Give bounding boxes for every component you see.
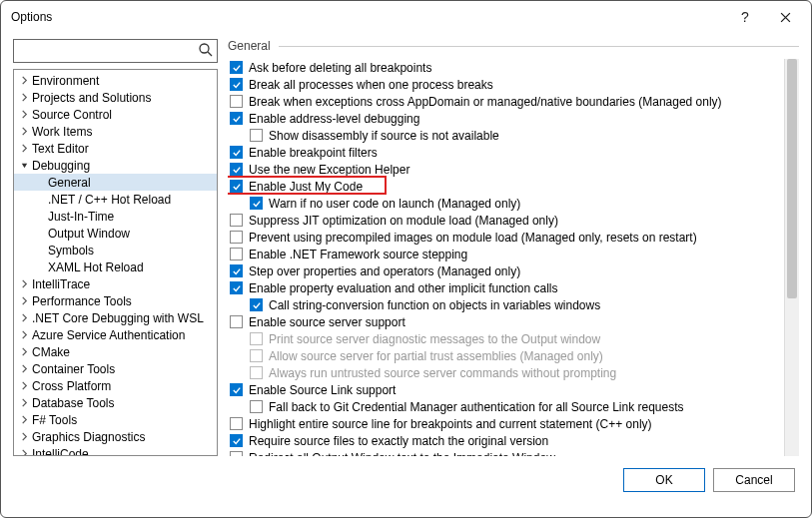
checkbox[interactable]	[230, 248, 243, 260]
option-row[interactable]: Ask before deleting all breakpoints	[228, 59, 784, 76]
tree-node[interactable]: .NET Core Debugging with WSL	[14, 309, 217, 326]
tree-node[interactable]: Output Window	[14, 225, 217, 242]
tree-node[interactable]: F# Tools	[14, 411, 217, 428]
tree-node[interactable]: Graphics Diagnostics	[14, 428, 217, 445]
tree-node[interactable]: XAML Hot Reload	[14, 259, 217, 275]
option-label: Print source server diagnostic messages …	[269, 332, 600, 346]
tree-node[interactable]: Debugging	[14, 157, 217, 174]
checkbox[interactable]	[230, 78, 243, 91]
chevron-right-icon[interactable]	[18, 346, 30, 358]
checkbox[interactable]	[230, 163, 243, 176]
checkbox[interactable]	[230, 146, 243, 159]
checkbox[interactable]	[250, 400, 263, 413]
option-label: Enable address-level debugging	[249, 112, 419, 126]
checkbox[interactable]	[250, 129, 263, 142]
chevron-right-icon[interactable]	[18, 109, 30, 121]
option-row[interactable]: Step over properties and operators (Mana…	[228, 262, 784, 279]
checkbox[interactable]	[230, 112, 243, 125]
checkbox[interactable]	[250, 197, 263, 210]
checkbox[interactable]	[230, 417, 243, 430]
checkbox[interactable]	[230, 61, 243, 74]
option-row[interactable]: Show disassembly if source is not availa…	[228, 127, 784, 144]
options-list[interactable]: Ask before deleting all breakpointsBreak…	[228, 59, 784, 456]
option-row[interactable]: Call string-conversion function on objec…	[228, 296, 784, 313]
help-button[interactable]: ?	[725, 3, 765, 31]
option-row[interactable]: Redirect all Output Window text to the I…	[228, 449, 784, 456]
checkbox[interactable]	[230, 180, 243, 193]
option-row[interactable]: Require source files to exactly match th…	[228, 432, 784, 449]
chevron-right-icon[interactable]	[18, 295, 30, 307]
tree-node[interactable]: Container Tools	[14, 360, 217, 377]
vertical-scrollbar[interactable]	[784, 59, 799, 456]
tree-node[interactable]: Environment	[14, 72, 217, 89]
ok-button[interactable]: OK	[623, 468, 705, 492]
chevron-right-icon[interactable]	[18, 312, 30, 324]
tree-node[interactable]: IntelliCode	[14, 445, 217, 456]
tree-node[interactable]: Database Tools	[14, 394, 217, 411]
checkbox[interactable]	[230, 434, 243, 447]
tree-node[interactable]: IntelliTrace	[14, 275, 217, 292]
tree-node[interactable]: Text Editor	[14, 140, 217, 157]
chevron-right-icon[interactable]	[18, 143, 30, 155]
search-input[interactable]	[14, 40, 217, 62]
tree-node[interactable]: Projects and Solutions	[14, 89, 217, 106]
chevron-right-icon[interactable]	[18, 329, 30, 341]
chevron-right-icon[interactable]	[18, 414, 30, 426]
chevron-right-icon[interactable]	[18, 431, 30, 443]
option-row[interactable]: Fall back to Git Credential Manager auth…	[228, 398, 784, 415]
tree-node[interactable]: Cross Platform	[14, 377, 217, 394]
checkbox[interactable]	[230, 95, 243, 108]
tree-node[interactable]: .NET / C++ Hot Reload	[14, 191, 217, 208]
checkbox[interactable]	[230, 315, 243, 328]
option-row[interactable]: Prevent using precompiled images on modu…	[228, 229, 784, 246]
chevron-right-icon[interactable]	[18, 278, 30, 290]
checkbox[interactable]	[230, 214, 243, 227]
tree-node-label: Projects and Solutions	[32, 91, 151, 105]
option-row[interactable]: Break when exceptions cross AppDomain or…	[228, 93, 784, 110]
tree-node[interactable]: Performance Tools	[14, 292, 217, 309]
checkbox[interactable]	[230, 451, 243, 456]
checkbox[interactable]	[250, 298, 263, 311]
checkbox[interactable]	[230, 383, 243, 396]
option-row[interactable]: Enable Source Link support	[228, 381, 784, 398]
option-row[interactable]: Enable breakpoint filters	[228, 144, 784, 161]
tree-node[interactable]: Symbols	[14, 242, 217, 259]
option-label: Fall back to Git Credential Manager auth…	[269, 400, 684, 414]
checkbox[interactable]	[230, 231, 243, 244]
close-button[interactable]	[765, 3, 805, 31]
option-row[interactable]: Enable .NET Framework source stepping	[228, 246, 784, 262]
category-tree[interactable]: EnvironmentProjects and SolutionsSource …	[13, 69, 218, 456]
option-label: Call string-conversion function on objec…	[269, 298, 600, 312]
option-row[interactable]: Warn if no user code on launch (Managed …	[228, 195, 784, 212]
checkbox[interactable]	[230, 281, 243, 294]
option-row[interactable]: Suppress JIT optimization on module load…	[228, 212, 784, 229]
tree-node[interactable]: General	[14, 174, 217, 191]
checkbox[interactable]	[230, 264, 243, 277]
tree-node-label: Database Tools	[32, 396, 115, 410]
tree-node[interactable]: Azure Service Authentication	[14, 326, 217, 343]
chevron-right-icon[interactable]	[18, 92, 30, 104]
tree-node[interactable]: Work Items	[14, 123, 217, 140]
chevron-down-icon[interactable]	[18, 160, 30, 172]
search-input-wrap[interactable]	[13, 39, 218, 63]
option-row[interactable]: Break all processes when one process bre…	[228, 76, 784, 93]
chevron-right-icon[interactable]	[18, 363, 30, 375]
option-row[interactable]: Highlight entire source line for breakpo…	[228, 415, 784, 432]
cancel-button[interactable]: Cancel	[713, 468, 795, 492]
option-row[interactable]: Enable source server support	[228, 313, 784, 330]
tree-node[interactable]: Just-In-Time	[14, 208, 217, 225]
chevron-right-icon[interactable]	[18, 380, 30, 392]
option-row[interactable]: Enable address-level debugging	[228, 110, 784, 127]
option-row[interactable]: Use the new Exception Helper	[228, 161, 784, 178]
option-row[interactable]: Enable property evaluation and other imp…	[228, 279, 784, 296]
scrollbar-thumb[interactable]	[787, 59, 797, 298]
chevron-right-icon[interactable]	[18, 397, 30, 409]
checkbox	[250, 332, 263, 345]
chevron-right-icon[interactable]	[18, 75, 30, 87]
tree-node[interactable]: Source Control	[14, 106, 217, 123]
option-row[interactable]: Enable Just My Code	[228, 178, 784, 195]
tree-node-label: IntelliCode	[32, 447, 89, 457]
tree-node[interactable]: CMake	[14, 343, 217, 360]
chevron-right-icon[interactable]	[18, 126, 30, 138]
chevron-right-icon[interactable]	[18, 448, 30, 457]
